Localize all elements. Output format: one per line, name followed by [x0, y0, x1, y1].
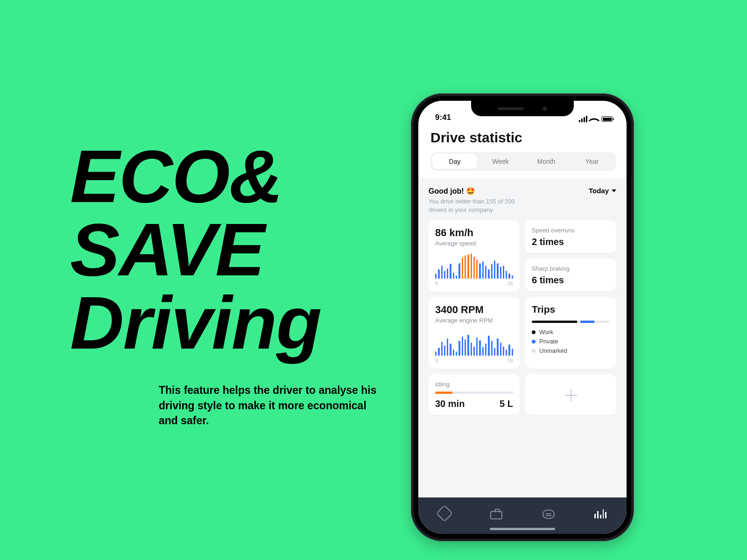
content: Good job! 🤩 Today You drive better than … [418, 178, 627, 415]
nav-route-icon[interactable] [436, 505, 453, 522]
period-selector[interactable]: Today [589, 187, 616, 195]
status-time: 9:41 [435, 113, 451, 122]
seg-month[interactable]: Month [524, 154, 569, 169]
card-average-speed[interactable]: 86 km/h Average speed 8 16 [429, 220, 520, 292]
axis-end: 16 [507, 357, 513, 363]
hero-subtitle: This feature helps the driver to analyse… [159, 383, 378, 428]
card-sharp-braking[interactable]: Sharp braking 6 times [525, 259, 616, 291]
hero-line-1: ECO& [70, 134, 282, 218]
card-add[interactable] [525, 374, 616, 415]
status-indicators [579, 116, 613, 122]
nav-stats-icon[interactable] [594, 508, 606, 518]
card-speed-overruns[interactable]: Speed overruns 2 times [525, 220, 616, 253]
trips-legend: WorkPrivateUnmarked [532, 329, 610, 354]
battery-icon [601, 116, 613, 122]
idling-fuel: 5 L [500, 399, 513, 409]
rpm-chart [435, 329, 513, 356]
rpm-label: Average engine RPM [435, 317, 513, 324]
speed-chart [435, 252, 513, 279]
seg-day[interactable]: Day [432, 154, 477, 169]
axis-start: 8 [435, 280, 438, 286]
braking-label: Sharp braking [532, 265, 610, 272]
wifi-icon [590, 116, 599, 122]
header-area: Drive statistic DayWeekMonthYear [418, 123, 627, 178]
axis-end: 16 [507, 280, 513, 286]
seg-year[interactable]: Year [570, 154, 614, 169]
axis-start: 8 [435, 357, 438, 363]
legend-item: Work [532, 329, 610, 336]
legend-item: Private [532, 338, 610, 345]
hero-line-3: Driving [70, 281, 321, 364]
period-selector-label: Today [589, 187, 609, 195]
phone-inner: 9:41 Drive statistic DayWeekMonthYear Go… [414, 96, 631, 539]
idling-time: 30 min [435, 399, 465, 409]
hero: ECO& SAVE Driving This feature helps the… [70, 140, 378, 428]
trips-title: Trips [532, 304, 610, 315]
seg-week[interactable]: Week [478, 154, 523, 169]
signal-icon [579, 116, 587, 122]
idling-values: 30 min 5 L [435, 399, 513, 409]
nav-chat-icon[interactable] [543, 510, 555, 519]
cards-grid: 86 km/h Average speed 8 16 Speed overrun… [429, 220, 616, 415]
braking-value: 6 times [532, 275, 610, 286]
speed-axis: 8 16 [435, 280, 513, 286]
card-idling[interactable]: Idling 30 min 5 L [429, 374, 520, 415]
rpm-axis: 8 16 [435, 357, 513, 363]
hero-title: ECO& SAVE Driving [70, 140, 378, 359]
legend-item: Unmarked [532, 347, 610, 354]
rpm-value: 3400 RPM [435, 304, 513, 316]
summary-subtext: You drive better than 155 of 200 drivers… [429, 197, 531, 214]
idling-bar [435, 392, 513, 394]
card-trips[interactable]: Trips WorkPrivateUnmarked [525, 297, 616, 369]
overruns-label: Speed overruns [532, 227, 610, 234]
home-indicator [490, 528, 555, 530]
phone-screen: 9:41 Drive statistic DayWeekMonthYear Go… [418, 101, 627, 534]
summary-row: Good job! 🤩 Today [429, 187, 616, 196]
phone-frame: 9:41 Drive statistic DayWeekMonthYear Go… [411, 93, 634, 541]
idling-label: Idling [435, 381, 513, 388]
trips-bar [532, 321, 610, 323]
chevron-down-icon [612, 189, 616, 192]
period-segmented[interactable]: DayWeekMonthYear [430, 152, 616, 171]
summary-headline: Good job! 🤩 [429, 187, 475, 196]
hero-line-2: SAVE [70, 208, 264, 291]
page-title: Drive statistic [430, 123, 616, 152]
right-col-1: Speed overruns 2 times Sharp braking 6 t… [525, 220, 616, 292]
notch [471, 101, 574, 116]
nav-work-icon[interactable] [490, 511, 502, 519]
speed-label: Average speed [435, 240, 513, 247]
card-average-rpm[interactable]: 3400 RPM Average engine RPM 8 16 [429, 297, 520, 369]
speed-value: 86 km/h [435, 227, 513, 239]
plus-icon [565, 389, 577, 401]
overruns-value: 2 times [532, 237, 610, 247]
bottom-nav [418, 497, 627, 534]
